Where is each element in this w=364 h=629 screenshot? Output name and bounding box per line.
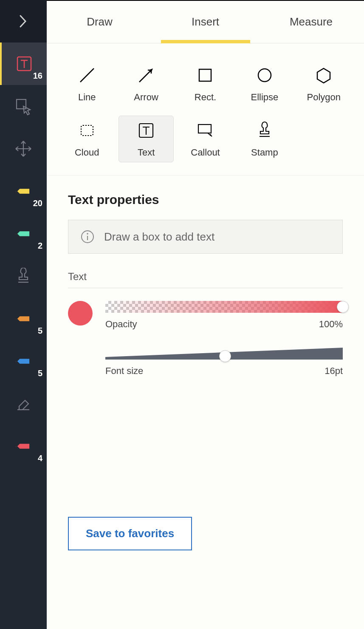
- pen-icon: [13, 223, 34, 245]
- ellipse-icon: [255, 65, 274, 86]
- svg-rect-1: [17, 99, 26, 109]
- section-label: Text: [68, 271, 343, 288]
- callout-icon: [196, 120, 214, 141]
- sidebar-badge: 20: [33, 198, 42, 208]
- tab-measure[interactable]: Measure: [258, 1, 364, 43]
- svg-rect-7: [199, 69, 211, 81]
- hint-text: Draw a box to add text: [104, 230, 214, 244]
- properties-panel: Text properties Draw a box to add text T…: [47, 176, 364, 411]
- shape-label: Callout: [191, 147, 220, 158]
- pen-icon: [13, 308, 34, 330]
- shape-callout[interactable]: Callout: [178, 116, 233, 162]
- sidebar-item-pen-yellow[interactable]: 20: [0, 170, 47, 212]
- sidebar-badge: 4: [38, 453, 42, 463]
- line-icon: [78, 65, 96, 86]
- cloud-icon: [78, 120, 96, 141]
- properties-title: Text properties: [68, 193, 343, 207]
- stamp-icon: [15, 268, 32, 285]
- opacity-label: Opacity: [105, 319, 137, 330]
- sidebar-item-stamp[interactable]: [0, 255, 47, 298]
- sidebar-badge: 5: [38, 326, 42, 336]
- text-color-swatch[interactable]: [68, 301, 93, 326]
- sidebar-item-pan[interactable]: [0, 128, 47, 170]
- shape-label: Cloud: [75, 147, 99, 158]
- pen-icon: [13, 436, 34, 457]
- svg-point-8: [258, 69, 271, 82]
- sidebar-item-pen-blue[interactable]: 5: [0, 340, 47, 382]
- sidebar-item-pen-mint[interactable]: 2: [0, 212, 47, 255]
- select-icon: [14, 97, 33, 116]
- sidebar-item-text-tool[interactable]: 16: [0, 42, 47, 85]
- shape-arrow[interactable]: Arrow: [119, 60, 173, 107]
- sidebar-expand[interactable]: [0, 0, 47, 42]
- tab-label: Insert: [192, 15, 219, 28]
- shape-line[interactable]: Line: [59, 60, 114, 107]
- sidebar: 16 20 2 5: [0, 0, 47, 629]
- pen-icon: [13, 181, 34, 202]
- sidebar-badge: 16: [33, 71, 42, 81]
- sidebar-badge: 5: [38, 368, 42, 378]
- shape-stamp[interactable]: Stamp: [237, 116, 292, 162]
- svg-line-5: [139, 70, 151, 82]
- tab-label: Measure: [290, 15, 333, 28]
- shape-label: Text: [138, 147, 155, 158]
- polygon-icon: [314, 65, 333, 86]
- pen-icon: [13, 351, 34, 372]
- svg-rect-10: [81, 125, 93, 136]
- sidebar-item-pen-red[interactable]: 4: [0, 425, 47, 468]
- fontsize-thumb[interactable]: [219, 350, 231, 362]
- sidebar-badge: 2: [38, 241, 42, 251]
- chevron-right-icon: [19, 14, 28, 28]
- opacity-slider[interactable]: [105, 301, 343, 313]
- shape-label: Stamp: [251, 147, 278, 158]
- svg-rect-12: [198, 125, 211, 133]
- shape-cloud[interactable]: Cloud: [59, 116, 114, 162]
- sidebar-item-select[interactable]: [0, 85, 47, 128]
- tab-draw[interactable]: Draw: [47, 1, 152, 43]
- text-icon: [137, 120, 155, 141]
- shape-label: Line: [78, 92, 96, 103]
- shape-label: Polygon: [307, 92, 341, 103]
- fontsize-row: Font size 16pt: [68, 347, 343, 377]
- shape-label: Rect.: [195, 92, 216, 103]
- shape-text[interactable]: Text: [119, 116, 173, 162]
- tab-label: Draw: [87, 15, 113, 28]
- fontsize-label: Font size: [105, 366, 143, 377]
- tabs: Draw Insert Measure: [47, 1, 364, 43]
- eraser-icon: [15, 395, 32, 412]
- pan-icon: [14, 139, 33, 158]
- info-icon: [80, 230, 95, 244]
- shape-polygon[interactable]: Polygon: [296, 60, 351, 107]
- opacity-thumb[interactable]: [337, 301, 349, 313]
- shape-ellipse[interactable]: Ellipse: [237, 60, 292, 107]
- shape-label: Ellipse: [251, 92, 278, 103]
- fontsize-value: 16pt: [324, 366, 343, 377]
- text-tool-icon: [16, 55, 33, 72]
- stamp-icon: [255, 120, 274, 141]
- rect-icon: [196, 65, 214, 86]
- shape-rect[interactable]: Rect.: [178, 60, 233, 107]
- main-panel: Draw Insert Measure Line Arrow Rect.: [47, 0, 364, 629]
- sidebar-item-eraser[interactable]: [0, 382, 47, 425]
- sidebar-item-pen-orange[interactable]: 5: [0, 298, 47, 340]
- svg-marker-9: [317, 68, 330, 83]
- shape-grid: Line Arrow Rect. Ellipse Polygon: [47, 43, 364, 176]
- svg-line-4: [80, 68, 94, 82]
- svg-point-16: [87, 233, 88, 235]
- arrow-icon: [137, 65, 155, 86]
- tab-insert[interactable]: Insert: [152, 1, 258, 43]
- shape-label: Arrow: [134, 92, 158, 103]
- opacity-row: Opacity 100%: [68, 301, 343, 330]
- fontsize-slider[interactable]: [105, 347, 343, 360]
- opacity-value: 100%: [319, 319, 343, 330]
- hint-box: Draw a box to add text: [68, 220, 343, 254]
- save-favorites-button[interactable]: Save to favorites: [68, 517, 192, 550]
